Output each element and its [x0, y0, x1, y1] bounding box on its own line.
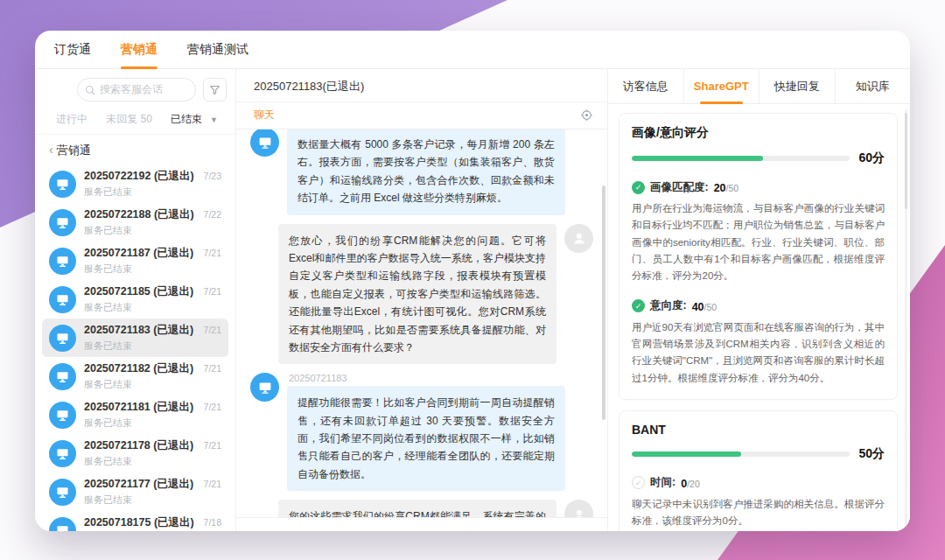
- chat-title: 20250721183 (已退出): [84, 323, 193, 338]
- group-collapse-header[interactable]: ‹营销通: [35, 135, 235, 163]
- chat-list-item[interactable]: 20250718175 (已退出) 7/18 服务已结束: [42, 511, 228, 531]
- chat-message: 20250721183 提醒功能很需要！比如客户合同到期前一周自动提醒销售，还有…: [250, 373, 593, 491]
- chat-date: 7/21: [204, 325, 221, 335]
- chat-avatar-monitor-icon: [49, 402, 76, 429]
- chevron-left-icon: ‹: [49, 143, 53, 157]
- chat-meta: 20250722192 (已退出) 7/23 服务已结束: [84, 169, 221, 199]
- chat-meta: 20250721187 (已退出) 7/21 服务已结束: [84, 246, 221, 276]
- status-check-icon: ✓: [632, 181, 645, 194]
- chat-list-item[interactable]: 20250722188 (已退出) 7/22 服务已结束: [42, 203, 228, 242]
- chat-date: 7/22: [204, 209, 221, 220]
- conversation-sidebar: 搜索客服会话 进行中 未回复 50 已结束 ▼ ‹营: [35, 69, 236, 531]
- chat-subtitle: 服务已结束: [84, 340, 221, 353]
- chat-subtitle: 服务已结束: [84, 494, 221, 507]
- chat-list-item[interactable]: 20250721183 (已退出) 7/21 服务已结束: [42, 318, 228, 357]
- insight-tab[interactable]: ShareGPT: [684, 69, 760, 104]
- chat-meta: 20250721177 (已退出) 7/21 服务已结束: [84, 477, 221, 507]
- main-tab-bar: 订货通 营销通 营销通测试: [35, 31, 910, 69]
- insight-tab[interactable]: 知识库: [836, 69, 911, 104]
- dimension-description: 聊天记录中未识别到客户推进采购的相关信息。根据评分标准，该维度评分为0分。: [632, 496, 885, 530]
- insight-tab-label: 访客信息: [623, 79, 668, 94]
- insight-tab[interactable]: 访客信息: [608, 69, 684, 104]
- visitor-avatar-monitor-icon: [250, 130, 279, 157]
- chat-list-item[interactable]: 20250721185 (已退出) 7/21 服务已结束: [42, 280, 228, 318]
- status-filter-tab[interactable]: 已结束: [171, 112, 202, 127]
- chat-meta: 20250718175 (已退出) 7/18 服务已结束: [84, 515, 221, 531]
- message-sender: 20250721183: [289, 373, 565, 383]
- chat-subtitle: 服务已结束: [84, 224, 221, 237]
- chat-list-item[interactable]: 20250721182 (已退出) 7/21 服务已结束: [42, 357, 228, 396]
- chat-date: 7/21: [204, 479, 221, 489]
- chat-avatar-monitor-icon: [49, 363, 76, 390]
- total-score: 50分: [858, 446, 885, 462]
- search-input[interactable]: 搜索客服会话: [77, 78, 196, 102]
- chat-title: 20250722192 (已退出): [84, 169, 194, 184]
- panel-scrollbar-thumb[interactable]: [905, 113, 907, 209]
- settings-gear-icon[interactable]: [580, 108, 593, 122]
- chat-subtitle: 服务已结束: [84, 186, 221, 199]
- dimension-label: 画像匹配度:: [650, 180, 709, 195]
- insight-scroll-area[interactable]: 画像/意向评分 60分 ✓ 画像匹配度: 20/50: [608, 104, 910, 531]
- insight-tab[interactable]: 快捷回复: [760, 69, 836, 104]
- chat-list-item[interactable]: 20250721181 (已退出) 7/21 服务已结束: [42, 396, 228, 434]
- profile-intent-score-card: 画像/意向评分 60分 ✓ 画像匹配度: 20/50: [619, 113, 898, 400]
- progress-fill: [632, 452, 741, 457]
- message-bubble: 您的这些需求我们的纷享CRM都能满足，系统有完善的提醒功能，可设置合同到期前一周…: [278, 500, 556, 517]
- chat-subtitle: 服务已结束: [84, 378, 221, 391]
- chat-list-item[interactable]: 20250721178 (已退出) 7/21 服务已结束: [42, 434, 228, 472]
- chat-avatar-monitor-icon: [49, 248, 76, 275]
- chat-date: 7/21: [204, 440, 221, 451]
- chat-scrollbar[interactable]: [602, 186, 606, 420]
- tab-chat[interactable]: 聊天: [254, 108, 275, 122]
- dimension-max: /50: [726, 183, 739, 193]
- chat-avatar-monitor-icon: [49, 171, 76, 198]
- search-icon: [85, 85, 95, 95]
- chat-title: 20250718175 (已退出): [84, 515, 194, 530]
- insight-tab-label: ShareGPT: [694, 80, 749, 93]
- app-window: 订货通 营销通 营销通测试 搜索客服会话: [35, 31, 910, 531]
- chat-subtitle: 服务已结束: [84, 262, 221, 276]
- chat-avatar-monitor-icon: [49, 286, 76, 313]
- main-tab[interactable]: 营销通: [121, 31, 158, 69]
- main-tab[interactable]: 订货通: [54, 31, 91, 69]
- chat-title: 20250721178 (已退出): [84, 438, 193, 453]
- status-check-icon: ✓: [632, 476, 645, 489]
- filter-button[interactable]: [203, 78, 227, 102]
- chat-subtab-bar: 聊天: [236, 102, 607, 130]
- chat-list-item[interactable]: 20250721177 (已退出) 7/21 服务已结束: [42, 472, 228, 511]
- dimension-description: 用户所在行业为海运物流，与目标客户画像的行业关键词和目标行业均不匹配；用户职位为…: [632, 200, 885, 285]
- chat-list-item[interactable]: 20250722192 (已退出) 7/23 服务已结束: [42, 164, 228, 203]
- progress-fill: [632, 156, 763, 161]
- chat-subtitle: 服务已结束: [84, 416, 221, 430]
- dimension-score: 20: [714, 182, 726, 194]
- chat-meta: 20250721185 (已退出) 7/21 服务已结束: [84, 284, 221, 314]
- dimension-label: 时间:: [650, 475, 676, 490]
- status-filter-tab[interactable]: 未回复 50: [106, 112, 152, 127]
- main-tab[interactable]: 营销通测试: [187, 31, 248, 69]
- search-placeholder: 搜索客服会话: [100, 82, 163, 97]
- chevron-down-icon[interactable]: ▼: [210, 116, 218, 124]
- chat-header-title: 20250721183(已退出): [236, 69, 607, 102]
- chat-avatar-monitor-icon: [49, 325, 76, 352]
- chat-subtitle: 服务已结束: [84, 455, 221, 468]
- chat-footer: [236, 517, 607, 531]
- chat-date: 7/18: [204, 517, 221, 528]
- dimension-score: 40: [692, 301, 704, 313]
- score-dimension: ✓ 时间: 0/20 聊天记录中未识别到客户推进采购的相关信息。根据评分标准，该…: [632, 475, 885, 530]
- message-bubble: 数据量大概有 5000 多条客户记录，每月新增 200 条左右。报表方面，需要按…: [287, 130, 565, 215]
- chat-date: 7/21: [204, 363, 221, 374]
- chat-message: 数据量大概有 5000 多条客户记录，每月新增 200 条左右。报表方面，需要按…: [250, 130, 593, 215]
- progress-track: [632, 156, 850, 161]
- message-scroll-area[interactable]: 数据量大概有 5000 多条客户记录，每月新增 200 条左右。报表方面，需要按…: [236, 130, 607, 517]
- main-tab-label: 订货通: [54, 42, 91, 58]
- status-filter-tab[interactable]: 进行中: [56, 112, 88, 127]
- chat-avatar-monitor-icon: [49, 479, 76, 506]
- card-title: BANT: [632, 423, 885, 437]
- chat-date: 7/23: [204, 171, 221, 181]
- total-score: 60分: [858, 150, 885, 166]
- agent-avatar-person-icon: [564, 500, 593, 517]
- chat-avatar-monitor-icon: [49, 517, 76, 532]
- chat-subtitle: 服务已结束: [84, 301, 221, 314]
- score-dimension: ✓ 意向度: 40/50 用户近90天有浏览官网页面和在线客服咨询的行为，其中官…: [632, 298, 885, 387]
- chat-list-item[interactable]: 20250721187 (已退出) 7/21 服务已结束: [42, 242, 228, 280]
